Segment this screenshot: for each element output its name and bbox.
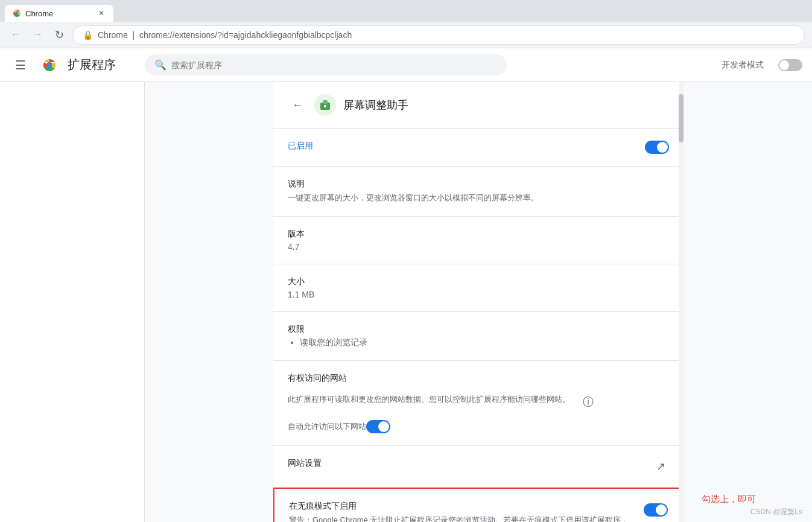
search-input[interactable] [171, 60, 497, 70]
lock-icon: 🔒 [83, 30, 93, 40]
address-text: Chrome | chrome://extensions/?id=ajgidah… [98, 30, 795, 40]
main-content: ← 屏幕调整助手 已启用 [0, 82, 812, 522]
site-settings-open-button[interactable]: ↗ [652, 458, 669, 475]
incognito-content: 在无痕模式下启用 警告：Google Chrome 无法阻止扩展程序记录您的浏览… [289, 501, 634, 523]
site-access-row: 有权访问的网站 此扩展程序可读取和更改您的网站数据。您可以控制此扩展程序能访问哪… [273, 361, 684, 446]
address-bar[interactable]: 🔒 Chrome | chrome://extensions/?id=ajgid… [72, 25, 805, 45]
reload-button[interactable]: ↻ [51, 27, 68, 43]
back-to-extensions-button[interactable]: ← [288, 95, 307, 115]
incognito-desc: 警告：Google Chrome 无法阻止扩展程序记录您的浏览活动。若要在无痕模… [289, 514, 634, 523]
developer-mode-label: 开发者模式 [722, 60, 764, 71]
browser-tab[interactable]: Chrome ✕ [5, 5, 113, 22]
site-settings-row: 网站设置 ↗ [273, 446, 684, 488]
forward-button[interactable]: → [29, 27, 46, 43]
enabled-row: 已启用 [273, 129, 684, 167]
tab-favicon [12, 8, 22, 18]
search-icon: 🔍 [154, 59, 167, 71]
svg-point-4 [47, 63, 52, 68]
tab-close-button[interactable]: ✕ [97, 8, 106, 18]
incognito-section: 在无痕模式下启用 警告：Google Chrome 无法阻止扩展程序记录您的浏览… [273, 488, 684, 523]
app-title: 扩展程序 [68, 57, 116, 73]
hamburger-menu-button[interactable]: ☰ [10, 54, 31, 76]
permission-item: 读取您的浏览记录 [300, 337, 367, 348]
svg-rect-7 [323, 100, 328, 104]
description-text: 一键更改屏幕的大小，更改浏览器窗口的大小以模拟不同的屏幕分辨率。 [288, 192, 539, 204]
site-access-title: 有权访问的网站 [288, 373, 347, 384]
incognito-toggle[interactable] [644, 503, 668, 517]
extension-icon [314, 94, 336, 116]
enabled-label: 已启用 [288, 141, 645, 151]
version-value: 4.7 [288, 242, 299, 252]
permissions-title: 权限 [288, 324, 305, 335]
enabled-toggle[interactable] [645, 141, 669, 154]
incognito-title: 在无痕模式下启用 [289, 501, 634, 512]
search-bar[interactable]: 🔍 [145, 54, 507, 75]
scrollbar-thumb[interactable] [679, 94, 684, 142]
watermark: CSDN @涅槃Ls [750, 507, 802, 517]
size-row: 大小 1.1 MB [273, 264, 684, 312]
site-access-help-button[interactable]: ⓘ [580, 393, 597, 410]
developer-mode-toggle[interactable] [778, 59, 802, 71]
version-row: 版本 4.7 [273, 217, 684, 264]
app-header: ☰ 扩展程序 🔍 开发者模式 [0, 48, 812, 82]
site-settings-label: 网站设置 [288, 458, 652, 469]
description-row: 说明 一键更改屏幕的大小，更改浏览器窗口的大小以模拟不同的屏幕分辨率。 [273, 167, 684, 217]
version-title: 版本 [288, 229, 305, 240]
description-title: 说明 [288, 179, 305, 189]
size-title: 大小 [288, 276, 305, 287]
annotation-text: 勾选上，即可 [702, 494, 756, 505]
back-button[interactable]: ← [7, 27, 24, 43]
address-suffix: ?id=ajgidahckliegaonfgbialbcpcljach [217, 30, 352, 40]
address-prefix: Chrome | [98, 30, 139, 40]
sidebar [0, 82, 145, 522]
scrollbar-track[interactable] [679, 82, 684, 522]
svg-rect-8 [324, 105, 326, 107]
permissions-list: 读取您的浏览记录 [288, 337, 367, 348]
tab-title: Chrome [25, 9, 53, 18]
site-access-desc: 此扩展程序可读取和更改您的网站数据。您可以控制此扩展程序能访问哪些网站。 [288, 393, 570, 406]
extension-header: ← 屏幕调整助手 [273, 82, 684, 129]
chrome-logo [41, 57, 58, 74]
address-bar-row: ← → ↻ 🔒 Chrome | chrome://extensions/?id… [0, 22, 812, 48]
size-value: 1.1 MB [288, 290, 314, 299]
permissions-row: 权限 读取您的浏览记录 [273, 312, 684, 361]
tab-bar: Chrome ✕ [0, 0, 812, 22]
content-area: ← 屏幕调整助手 已启用 [145, 82, 812, 522]
extension-name: 屏幕调整助手 [343, 98, 408, 112]
auto-allow-toggle[interactable] [366, 420, 390, 433]
auto-allow-label: 自动允许访问以下网站 [288, 421, 366, 433]
